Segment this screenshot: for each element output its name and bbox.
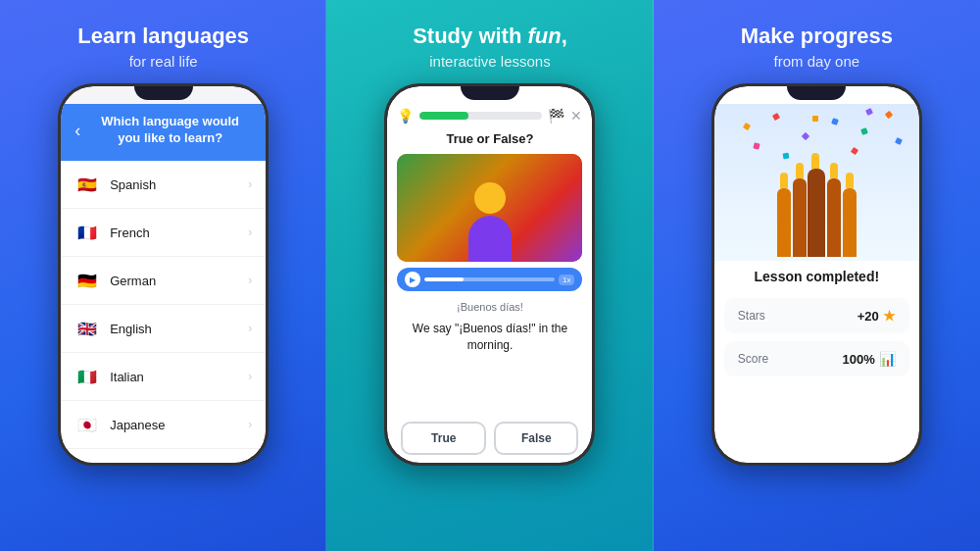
building-illustration [777, 159, 856, 257]
panel1-title-text: Learn languages [77, 24, 249, 48]
true-or-false-label: True or False? [387, 131, 592, 146]
play-button[interactable]: ▶ [405, 272, 420, 287]
celebration-area [714, 104, 919, 261]
tower-top [830, 163, 838, 178]
progress-bar-fill [419, 112, 468, 120]
close-icon[interactable]: ✕ [570, 108, 582, 124]
flag-japanese: 🇯🇵 [74, 412, 100, 437]
phone-frame-1: ‹ Which language would you like to learn… [58, 83, 269, 466]
confetti [812, 116, 818, 122]
arrow-icon: › [248, 177, 252, 191]
list-item[interactable]: 🇩🇪 German › [61, 257, 266, 305]
lang-name-italian: Italian [110, 370, 248, 384]
bar-chart-icon: 📊 [879, 351, 896, 367]
phone-frame-2: 💡 🏁 ✕ True or False? ▶ [384, 83, 595, 466]
lang-name-french: French [110, 225, 248, 240]
confetti [885, 111, 893, 119]
list-item[interactable]: 🇫🇷 French › [61, 209, 266, 257]
flag-italian: 🇮🇹 [74, 364, 100, 389]
flag-english: 🇬🇧 [74, 316, 100, 341]
panel1-subtitle: for real life [129, 53, 198, 70]
panel3-title: Make progress [741, 24, 893, 49]
score-label: Score [738, 352, 768, 366]
arrow-icon: › [248, 274, 252, 287]
confetti [895, 137, 903, 145]
arrow-icon: › [248, 322, 252, 335]
tower-top [846, 173, 854, 188]
audio-progress [424, 277, 555, 281]
progress-bar [419, 112, 542, 120]
answer-buttons: True False [387, 414, 592, 463]
lesson-sentence: We say "¡Buenos días!" in the morning. [387, 317, 592, 358]
arrow-icon: › [248, 418, 252, 431]
confetti [743, 123, 751, 130]
stats-row-stars: Stars +20 ★ [724, 298, 909, 333]
confetti [802, 132, 809, 140]
list-item[interactable]: 🇯🇵 Japanese › [61, 401, 266, 449]
tower-top [796, 163, 804, 178]
confetti [865, 108, 873, 116]
lang-name-german: German [110, 274, 248, 288]
flag-german: 🇩🇪 [74, 268, 100, 293]
phone1-screen: ‹ Which language would you like to learn… [61, 86, 266, 463]
true-button[interactable]: True [401, 422, 486, 455]
back-arrow-icon[interactable]: ‹ [74, 121, 80, 141]
stats-row-score: Score 100% 📊 [724, 341, 909, 376]
confetti [831, 119, 839, 126]
panel1-title: Learn languages [77, 24, 249, 49]
panel2-title: Study with fun, [413, 24, 567, 49]
confetti [753, 143, 760, 150]
arrow-icon: › [248, 370, 252, 383]
flag-icon: 🏁 [548, 108, 564, 124]
arrow-icon: › [248, 225, 252, 239]
audio-player[interactable]: ▶ 1x [397, 268, 582, 291]
tower [808, 169, 825, 257]
list-item[interactable]: 🇮🇹 Italian › [61, 353, 266, 401]
language-question: Which language would you like to learn? [88, 114, 252, 147]
flag-spanish: 🇪🇸 [74, 172, 100, 197]
panel2-subtitle: interactive lessons [429, 53, 550, 70]
panel-study-fun: Study with fun, interactive lessons 💡 🏁 … [326, 0, 653, 551]
phone-notch-2 [461, 86, 519, 100]
panel-make-progress: Make progress from day one [654, 0, 980, 551]
confetti [851, 147, 858, 155]
phone-notch-3 [787, 86, 846, 100]
tower [827, 178, 841, 257]
star-icon: ★ [883, 308, 896, 324]
list-item[interactable]: 🇷🇺 Russian › [61, 449, 266, 463]
lesson-image [397, 154, 582, 262]
false-button[interactable]: False [494, 422, 579, 455]
tower [843, 188, 857, 257]
panel-learn-languages: Learn languages for real life ‹ Which la… [0, 0, 326, 551]
stars-label: Stars [738, 309, 765, 323]
quiz-topbar: 💡 🏁 ✕ [387, 104, 592, 131]
flag-russian: 🇷🇺 [74, 460, 100, 463]
tower-top [811, 153, 819, 169]
lang-name-english: English [110, 322, 248, 336]
stars-value: +20 ★ [858, 308, 896, 324]
panel3-subtitle: from day one [774, 53, 860, 70]
phone-notch-1 [134, 86, 193, 100]
audio-progress-fill [424, 277, 464, 281]
tower [793, 178, 807, 257]
lang-name-japanese: Japanese [110, 418, 248, 432]
audio-caption: ¡Buenos días! [387, 301, 592, 313]
confetti [860, 128, 868, 136]
score-value: 100% 📊 [843, 351, 896, 367]
list-item[interactable]: 🇪🇸 Spanish › [61, 161, 266, 209]
phone1-header: ‹ Which language would you like to learn… [61, 104, 266, 161]
flag-french: 🇫🇷 [74, 220, 100, 245]
phone-frame-3: Lesson completed! Stars +20 ★ Score 100%… [711, 83, 922, 466]
confetti [772, 113, 780, 121]
tower [777, 188, 791, 257]
phone3-screen: Lesson completed! Stars +20 ★ Score 100%… [714, 86, 919, 463]
list-item[interactable]: 🇬🇧 English › [61, 305, 266, 353]
phone2-screen: 💡 🏁 ✕ True or False? ▶ [387, 86, 592, 463]
language-list: 🇪🇸 Spanish › 🇫🇷 French › 🇩🇪 German › 🇬🇧 [61, 161, 266, 463]
bulb-icon: 💡 [397, 108, 414, 124]
lang-name-spanish: Spanish [110, 177, 248, 192]
tower-top [780, 173, 788, 188]
speed-badge[interactable]: 1x [559, 275, 574, 285]
lesson-completed-title: Lesson completed! [755, 269, 880, 284]
